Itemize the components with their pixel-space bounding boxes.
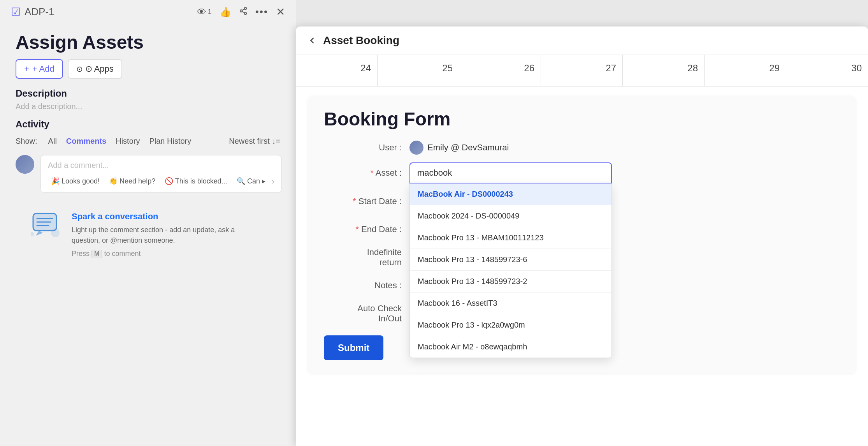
- filter-history[interactable]: History: [111, 135, 144, 147]
- description-placeholder[interactable]: Add a description...: [16, 102, 280, 111]
- svg-point-1: [240, 10, 242, 12]
- asset-required-star: *: [370, 168, 375, 178]
- show-label: Show:: [16, 137, 37, 146]
- viewers-button[interactable]: 👁 1: [197, 7, 212, 18]
- quick-reply-blocked[interactable]: 🚫 This is blocked...: [162, 175, 230, 187]
- right-panel: Asset Booking 24 25 26 27 28 29 30 Booki…: [296, 26, 868, 446]
- user-value: Emily @ DevSamurai: [427, 143, 509, 153]
- dropdown-item-5[interactable]: Macbook 16 - AssetIT3: [410, 293, 611, 314]
- booking-form-title: Booking Form: [324, 108, 840, 130]
- svg-point-0: [244, 7, 246, 9]
- cal-day-28: 28: [623, 55, 705, 86]
- like-button[interactable]: 👍: [220, 7, 231, 18]
- activity-filters: Show: All Comments History Plan History …: [16, 135, 280, 147]
- end-required-star: *: [355, 224, 361, 234]
- start-required-star: *: [353, 196, 358, 206]
- dropdown-item-4[interactable]: Macbook Pro 13 - 148599723-2: [410, 271, 611, 293]
- notes-label: Notes :: [324, 280, 402, 291]
- dropdown-item-0[interactable]: MacBook Air - DS0000243: [410, 183, 611, 205]
- indefinite-label: Indefinitereturn: [324, 247, 402, 268]
- top-bar-actions: 👁 1 👍 ••• ✕: [197, 5, 285, 18]
- sort-label: Newest first ↓=: [229, 137, 280, 146]
- filter-comments[interactable]: Comments: [61, 135, 111, 147]
- spark-description: Light up the comment section - add an up…: [72, 225, 265, 246]
- quick-reply-looks-good[interactable]: 🎉 Looks good!: [48, 175, 103, 187]
- cal-day-26: 26: [459, 55, 541, 86]
- svg-line-4: [242, 9, 244, 10]
- close-icon: ✕: [276, 5, 285, 18]
- dropdown-item-2[interactable]: Macbook Pro 13 - MBAM100112123: [410, 227, 611, 249]
- end-date-label: * End Date :: [324, 224, 402, 234]
- comment-area: Add a comment... 🎉 Looks good! 👏 Need he…: [16, 155, 280, 193]
- eye-icon: 👁: [197, 7, 206, 18]
- check-icon: ☑: [11, 5, 21, 18]
- user-avatar-small: [409, 141, 423, 155]
- quick-reply-more-button[interactable]: ›: [272, 177, 274, 186]
- left-panel: ☑ ADP-1 👁 1 👍 •••: [0, 0, 296, 446]
- panel-title: Asset Booking: [323, 34, 399, 47]
- viewer-count: 1: [208, 8, 212, 16]
- asset-label: * Asset :: [324, 168, 402, 178]
- svg-point-2: [244, 12, 246, 14]
- svg-marker-10: [36, 231, 43, 236]
- description-section: Description Add a description...: [0, 88, 296, 119]
- quick-reply-can[interactable]: 🔍 Can ▸: [234, 175, 269, 187]
- apps-icon: ⊙: [76, 64, 83, 74]
- more-button[interactable]: •••: [255, 6, 268, 18]
- filter-all[interactable]: All: [44, 135, 61, 147]
- dropdown-item-6[interactable]: Macbook Pro 13 - lqx2a0wg0m: [410, 314, 611, 336]
- share-button[interactable]: [239, 7, 248, 18]
- quick-reply-need-help[interactable]: 👏 Need help?: [106, 175, 158, 187]
- comment-placeholder: Add a comment...: [48, 161, 274, 170]
- user-label: User :: [324, 143, 402, 153]
- apps-button[interactable]: ⊙ ⊙ Apps: [68, 59, 122, 79]
- submit-button[interactable]: Submit: [324, 335, 383, 360]
- svg-point-11: [51, 229, 59, 237]
- cal-day-25: 25: [378, 55, 459, 86]
- close-button[interactable]: ✕: [276, 5, 285, 18]
- spark-section: Spark a conversation Light up the commen…: [16, 204, 280, 266]
- more-icon: •••: [255, 6, 268, 18]
- back-button[interactable]: [307, 35, 318, 46]
- description-title: Description: [16, 88, 280, 99]
- calendar-strip: 24 25 26 27 28 29 30: [296, 55, 868, 86]
- sort-button[interactable]: Newest first ↓=: [229, 137, 280, 146]
- dropdown-item-3[interactable]: Macbook Pro 13 - 148599723-6: [410, 249, 611, 271]
- auto-check-label: Auto CheckIn/Out: [324, 303, 402, 324]
- dropdown-item-7[interactable]: Macbook Air M2 - o8ewqaqbmh: [410, 336, 611, 358]
- activity-section: Activity Show: All Comments History Plan…: [0, 119, 296, 266]
- panel-header: Asset Booking: [296, 26, 868, 55]
- asset-input[interactable]: [409, 162, 612, 183]
- start-date-label: * Start Date :: [324, 196, 402, 206]
- spark-icon-wrapper: [31, 212, 62, 239]
- spark-text: Spark a conversation Light up the commen…: [72, 212, 265, 258]
- add-button[interactable]: + + Add: [16, 59, 63, 79]
- share-icon: [239, 7, 248, 18]
- cal-day-24: 24: [296, 55, 378, 86]
- cal-day-29: 29: [705, 55, 786, 86]
- filter-plan-history[interactable]: Plan History: [144, 135, 196, 147]
- top-bar-left: ☑ ADP-1: [11, 5, 54, 18]
- thumbsup-icon: 👍: [220, 7, 231, 18]
- svg-line-3: [242, 11, 244, 13]
- asset-dropdown: MacBook Air - DS0000243 Macbook 2024 - D…: [409, 183, 612, 358]
- booking-form: Booking Form User : Emily @ DevSamurai *…: [308, 96, 856, 373]
- ticket-id: ADP-1: [25, 6, 54, 18]
- user-row: User : Emily @ DevSamurai: [324, 141, 840, 155]
- speech-bubble-icon: [31, 212, 62, 239]
- spark-title: Spark a conversation: [72, 212, 265, 222]
- press-hint: Press M to comment: [72, 250, 141, 257]
- cal-day-30: 30: [786, 55, 868, 86]
- quick-replies: 🎉 Looks good! 👏 Need help? 🚫 This is blo…: [48, 175, 274, 187]
- user-avatar: [16, 155, 34, 174]
- activity-title: Activity: [16, 119, 280, 130]
- dropdown-item-1[interactable]: Macbook 2024 - DS-0000049: [410, 205, 611, 227]
- plus-icon: +: [24, 64, 29, 74]
- page-title: Assign Assets: [0, 24, 296, 59]
- avatar-image: [16, 155, 34, 174]
- comment-input-box[interactable]: Add a comment... 🎉 Looks good! 👏 Need he…: [40, 155, 282, 193]
- top-bar: ☑ ADP-1 👁 1 👍 •••: [0, 0, 296, 24]
- action-buttons: + + Add ⊙ ⊙ Apps: [0, 59, 296, 88]
- svg-point-12: [31, 232, 34, 236]
- asset-input-wrapper: MacBook Air - DS0000243 Macbook 2024 - D…: [409, 162, 612, 183]
